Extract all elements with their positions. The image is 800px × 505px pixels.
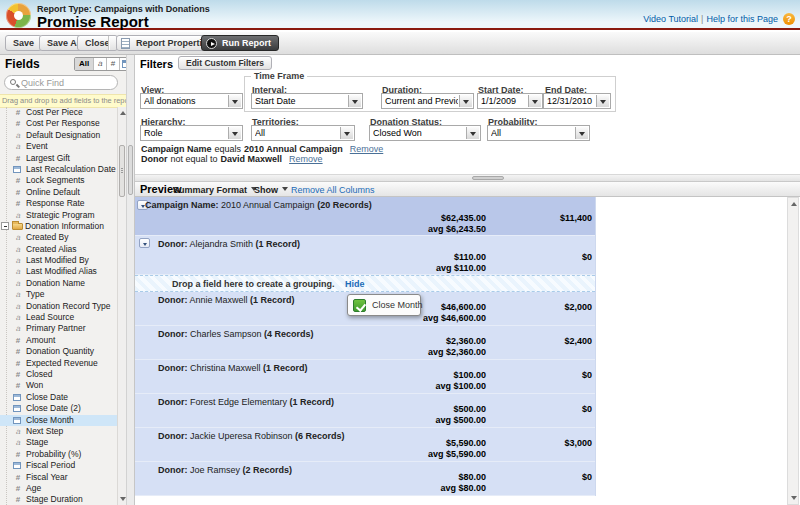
- dropdown-arrow-icon[interactable]: [596, 95, 609, 107]
- field-type-icon: [13, 210, 23, 221]
- quick-find-input[interactable]: [21, 77, 113, 88]
- help-for-page-link[interactable]: Help for this Page: [706, 14, 778, 24]
- fields-scrollbar[interactable]: [117, 107, 126, 505]
- remove-all-columns-link[interactable]: Remove All Columns: [291, 185, 375, 195]
- field-type-icon: [13, 358, 23, 369]
- run-report-button[interactable]: Run Report: [201, 35, 279, 51]
- field-list-item[interactable]: Online Default: [0, 187, 117, 198]
- remove-filter-link[interactable]: Remove: [350, 144, 384, 154]
- filter-all-button[interactable]: All: [75, 58, 93, 70]
- grouping-drop-zone[interactable]: Drop a field here to create a grouping. …: [135, 275, 595, 292]
- field-list-item[interactable]: Fiscal Period: [0, 460, 117, 471]
- preview-toolbar: Preview Summary Format Show Remove All C…: [135, 182, 800, 197]
- field-type-icon: [13, 335, 23, 346]
- donor-avg-amount: avg $80.00: [440, 483, 486, 493]
- probability-select[interactable]: All: [487, 125, 590, 141]
- scroll-up-icon[interactable]: [120, 111, 126, 115]
- field-type-icon: [13, 346, 23, 357]
- show-menu[interactable]: Show: [254, 185, 288, 195]
- donor-group-row: Donor: Jackie Uperesa Robinson (6 Record…: [135, 428, 595, 462]
- dropdown-arrow-icon[interactable]: [459, 95, 472, 107]
- territories-select[interactable]: All: [251, 125, 355, 141]
- field-list-item[interactable]: Close Date (2): [0, 403, 117, 414]
- donor-avg-amount: avg $46,600.00: [423, 313, 486, 323]
- end-date-input[interactable]: 12/31/2010: [543, 93, 611, 109]
- field-list-item[interactable]: Lead Source: [0, 312, 117, 323]
- splitter-handle[interactable]: [128, 145, 133, 195]
- dropdown-arrow-icon[interactable]: [340, 127, 353, 139]
- help-icon[interactable]: ?: [783, 13, 795, 25]
- field-label: Response Rate: [26, 198, 85, 208]
- donor-sum-amount: $110.00: [454, 252, 486, 262]
- preview-body: Campaign Name: 2010 Annual Campaign (20 …: [135, 197, 800, 505]
- field-list-item[interactable]: Type: [0, 289, 117, 300]
- field-list-item[interactable]: Largest Gift: [0, 153, 117, 164]
- view-select[interactable]: All donations: [140, 93, 243, 109]
- field-list-item[interactable]: Expected Revenue: [0, 358, 117, 369]
- dropdown-arrow-icon[interactable]: [528, 95, 541, 107]
- field-list-item[interactable]: Created Alias: [0, 244, 117, 255]
- group-menu-arrow-icon[interactable]: [139, 238, 150, 248]
- dropdown-arrow-icon[interactable]: [466, 127, 479, 139]
- field-list-item[interactable]: Last Modified By: [0, 255, 117, 266]
- field-list-item[interactable]: Next Step: [0, 426, 117, 437]
- dropdown-arrow-icon[interactable]: [228, 127, 241, 139]
- close-button[interactable]: Close: [77, 35, 118, 51]
- field-list-item[interactable]: Stage Duration: [0, 494, 117, 505]
- field-list-item[interactable]: Event: [0, 141, 117, 152]
- panel-splitter[interactable]: [126, 55, 135, 505]
- field-label: Lead Source: [26, 312, 74, 322]
- field-list-item[interactable]: Donation Name: [0, 278, 117, 289]
- video-tutorial-link[interactable]: Video Tutorial: [643, 14, 698, 24]
- dropdown-arrow-icon[interactable]: [228, 95, 241, 107]
- field-list-item[interactable]: Primary Partner: [0, 323, 117, 334]
- edit-custom-filters-button[interactable]: Edit Custom Filters: [178, 56, 272, 70]
- duration-select[interactable]: Current and Previous FY: [381, 93, 474, 109]
- field-label: Fiscal Period: [26, 460, 75, 470]
- field-list-item[interactable]: Won: [0, 380, 117, 391]
- field-list-item[interactable]: Last Recalculation Date: [0, 164, 117, 175]
- scroll-down-icon[interactable]: [120, 497, 126, 501]
- hide-drop-zone-link[interactable]: Hide: [345, 279, 365, 289]
- field-list-item[interactable]: Donation Information: [0, 221, 117, 232]
- summary-format-menu[interactable]: Summary Format: [173, 185, 257, 195]
- collapse-folder-icon[interactable]: [1, 222, 9, 230]
- start-date-input[interactable]: 1/1/2009: [477, 93, 543, 109]
- save-button[interactable]: Save: [5, 35, 42, 51]
- remove-filter-link[interactable]: Remove: [289, 154, 323, 164]
- field-list-item[interactable]: Donation Quantity: [0, 346, 117, 357]
- field-list-item[interactable]: Last Modified Alias: [0, 266, 117, 277]
- fields-scrollbar-thumb[interactable]: [119, 145, 125, 197]
- field-list-item[interactable]: Default Designation: [0, 130, 117, 141]
- hierarchy-select[interactable]: Role: [140, 125, 243, 141]
- field-list-item[interactable]: Created By: [0, 232, 117, 243]
- field-list-item[interactable]: Probability (%): [0, 449, 117, 460]
- field-label: Cost Per Response: [26, 118, 100, 128]
- preview-scrollbar[interactable]: [787, 197, 799, 505]
- field-list-item[interactable]: Response Rate: [0, 198, 117, 209]
- field-list-item[interactable]: Age: [0, 483, 117, 494]
- main-area: Filters Edit Custom Filters View: All do…: [135, 55, 800, 505]
- dropdown-arrow-icon[interactable]: [575, 127, 588, 139]
- pane-divider-grip[interactable]: [472, 176, 504, 180]
- scroll-up-icon[interactable]: [791, 202, 797, 206]
- field-list-item[interactable]: Close Month: [0, 415, 117, 426]
- scroll-down-icon[interactable]: [791, 496, 797, 500]
- field-list-item[interactable]: Close Date: [0, 392, 117, 403]
- field-list-item[interactable]: Fiscal Year: [0, 472, 117, 483]
- donation-status-select[interactable]: Closed Won: [369, 125, 481, 141]
- field-list-item[interactable]: Lock Segments: [0, 175, 117, 186]
- dropdown-arrow-icon[interactable]: [348, 95, 361, 107]
- field-list-item[interactable]: Closed: [0, 369, 117, 380]
- field-list-item[interactable]: Cost Per Piece: [0, 107, 117, 118]
- filter-number-fields-button[interactable]: #: [106, 58, 119, 70]
- interval-select[interactable]: Start Date: [251, 93, 363, 109]
- field-list-item[interactable]: Donation Record Type: [0, 301, 117, 312]
- pane-divider[interactable]: [135, 174, 800, 182]
- donor-col2-amount: $2,000: [564, 302, 592, 312]
- field-list-item[interactable]: Amount: [0, 335, 117, 346]
- filter-text-fields-button[interactable]: a: [93, 58, 106, 70]
- field-list-item[interactable]: Strategic Program: [0, 210, 117, 221]
- field-list-item[interactable]: Cost Per Response: [0, 118, 117, 129]
- field-list-item[interactable]: Stage: [0, 437, 117, 448]
